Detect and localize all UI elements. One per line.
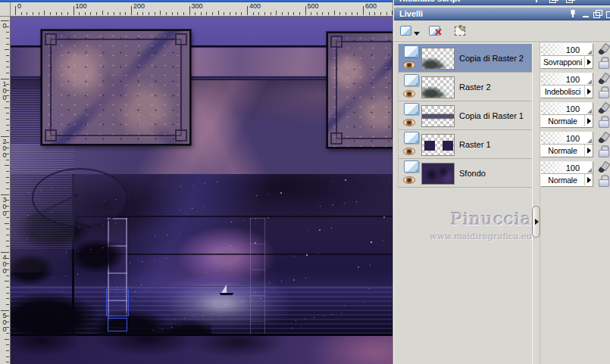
- layer-name: Sfondo: [459, 169, 486, 178]
- opacity-field[interactable]: 100: [541, 103, 593, 115]
- splitter-collapse-handle[interactable]: [532, 206, 540, 238]
- v-ruler-label: 100: [1, 80, 8, 101]
- vertical-ruler: 0100200300400500600: [0, 17, 11, 364]
- layers-palette: Risultato script Livelli ✕: [393, 0, 610, 364]
- edit-selection-button[interactable]: ✎: [453, 23, 471, 39]
- image-canvas[interactable]: [11, 17, 393, 364]
- h-ruler-label: 200: [133, 2, 145, 10]
- layer-name: Copia di Raster 2: [459, 54, 524, 63]
- layer-row-copia-di-raster-2[interactable]: Copia di Raster 2: [399, 44, 532, 73]
- maximize-icon[interactable]: [565, 0, 575, 3]
- minimize-icon[interactable]: [581, 10, 591, 18]
- selection-outline: [106, 289, 129, 316]
- layer-row-sfondo[interactable]: Sfondo: [399, 159, 532, 188]
- dropdown-arrow-icon[interactable]: [584, 115, 593, 126]
- blend-mode-dropdown[interactable]: Sovrapponi: [541, 56, 593, 67]
- layer-visibility-eye-icon[interactable]: [403, 61, 415, 69]
- blend-mode-value: Normale: [541, 117, 584, 126]
- opacity-resize-corner[interactable]: [587, 109, 592, 114]
- layer-visibility-eye-icon[interactable]: [403, 176, 415, 184]
- lock-icon[interactable]: [598, 86, 610, 98]
- layers-panel-body: Copia di Raster 2Raster 2Copia di Raster…: [393, 42, 610, 364]
- layer-thumbnail[interactable]: [421, 48, 455, 70]
- opacity-value: 100: [566, 45, 580, 54]
- watermark-url: www.maidiregrafica.eu: [393, 231, 532, 241]
- opacity-resize-corner[interactable]: [587, 79, 592, 84]
- kaleidoscope-frame-left: [41, 30, 191, 145]
- restore-icon[interactable]: [593, 10, 602, 18]
- blend-mode-dropdown[interactable]: Normale: [541, 174, 593, 185]
- corner-tab: [330, 132, 343, 145]
- layer-row-raster-2[interactable]: Raster 2: [399, 73, 532, 101]
- restore-icon[interactable]: [549, 0, 558, 3]
- frame-inner-border: [50, 39, 182, 136]
- layer-name: Raster 1: [459, 140, 491, 149]
- layer-name: Copia di Raster 1: [459, 111, 524, 120]
- lock-icon[interactable]: [598, 145, 610, 157]
- panel-splitter[interactable]: [532, 42, 540, 364]
- v-ruler-label: 0: [1, 22, 8, 29]
- layer-controls-copia-di-raster-2: 100Sovrapponi: [540, 43, 593, 69]
- ellipse-outline: [32, 168, 127, 227]
- dropdown-arrow-icon[interactable]: [584, 145, 593, 156]
- blend-mode-dropdown[interactable]: Indebolisci: [541, 86, 593, 97]
- red-x-icon: ✕: [434, 27, 443, 37]
- opacity-resize-corner[interactable]: [587, 168, 592, 173]
- h-ruler-label: 400: [249, 2, 261, 10]
- brush-icon[interactable]: [596, 162, 610, 174]
- layer-controls-raster-1: 100Normale: [540, 132, 593, 157]
- layer-row-raster-1[interactable]: Raster 1: [399, 130, 532, 159]
- lock-icon[interactable]: [598, 175, 610, 187]
- raster-layer-icon: [404, 160, 419, 173]
- ruler-corner: [0, 2, 11, 17]
- pin-icon[interactable]: [532, 0, 542, 3]
- brush-icon[interactable]: [596, 44, 610, 56]
- layers-panel-titlebar[interactable]: Livelli: [394, 8, 610, 20]
- lock-icon[interactable]: [598, 116, 610, 128]
- h-ruler-label: 300: [192, 2, 203, 10]
- dropdown-arrow-icon[interactable]: [584, 56, 593, 67]
- corner-tab: [45, 33, 57, 45]
- layer-visibility-eye-icon[interactable]: [403, 148, 415, 155]
- opacity-resize-corner[interactable]: [587, 138, 592, 143]
- blend-mode-dropdown[interactable]: Normale: [541, 145, 593, 156]
- new-layer-button[interactable]: [399, 23, 420, 39]
- opacity-resize-corner[interactable]: [587, 50, 592, 54]
- opacity-value: 100: [566, 104, 580, 114]
- brush-icon[interactable]: [596, 132, 610, 145]
- layer-thumbnail[interactable]: [421, 76, 455, 98]
- selection-outline: [108, 318, 127, 331]
- dropdown-arrow-icon[interactable]: [584, 86, 593, 97]
- lock-icon[interactable]: [598, 57, 610, 69]
- brush-icon[interactable]: [596, 73, 610, 86]
- layer-visibility-eye-icon[interactable]: [403, 90, 415, 98]
- layer-visibility-eye-icon[interactable]: [403, 119, 415, 126]
- frame-inner-border: [336, 41, 393, 139]
- v-ruler-label: 400: [1, 254, 8, 274]
- raster-layer-icon: [404, 45, 419, 58]
- raster-layer-icon: [404, 103, 419, 115]
- layer-controls-raster-2: 100Indebolisci: [540, 73, 593, 98]
- opacity-value: 100: [566, 75, 580, 84]
- layer-thumbnail[interactable]: [421, 105, 455, 127]
- layer-thumbnail[interactable]: [421, 163, 455, 185]
- dropdown-arrow-icon[interactable]: [584, 174, 593, 185]
- close-icon[interactable]: [605, 10, 610, 18]
- opacity-field[interactable]: 100: [541, 132, 593, 145]
- opacity-field[interactable]: 100: [541, 73, 593, 86]
- h-ruler-label: 600: [365, 2, 377, 10]
- script-panel-titlebar[interactable]: Risultato script: [394, 0, 610, 5]
- opacity-field[interactable]: 100: [541, 162, 593, 174]
- layer-controls-column: 100Sovrapponi100Indebolisci100Normale100…: [540, 42, 610, 364]
- opacity-field[interactable]: 100: [541, 44, 593, 56]
- layer-row-copia-di-raster-1[interactable]: Copia di Raster 1: [399, 101, 532, 130]
- layers-panel-title: Livelli: [399, 9, 423, 18]
- layer-thumbnail[interactable]: [421, 134, 455, 156]
- pin-icon[interactable]: [568, 10, 578, 18]
- script-panel-clipped: Risultato script: [394, 0, 610, 6]
- delete-layer-button[interactable]: ✕: [427, 23, 446, 39]
- chevron-down-icon: [414, 32, 420, 39]
- watermark-title: Pinuccia: [398, 209, 532, 229]
- brush-icon[interactable]: [596, 103, 610, 115]
- blend-mode-dropdown[interactable]: Normale: [541, 115, 593, 126]
